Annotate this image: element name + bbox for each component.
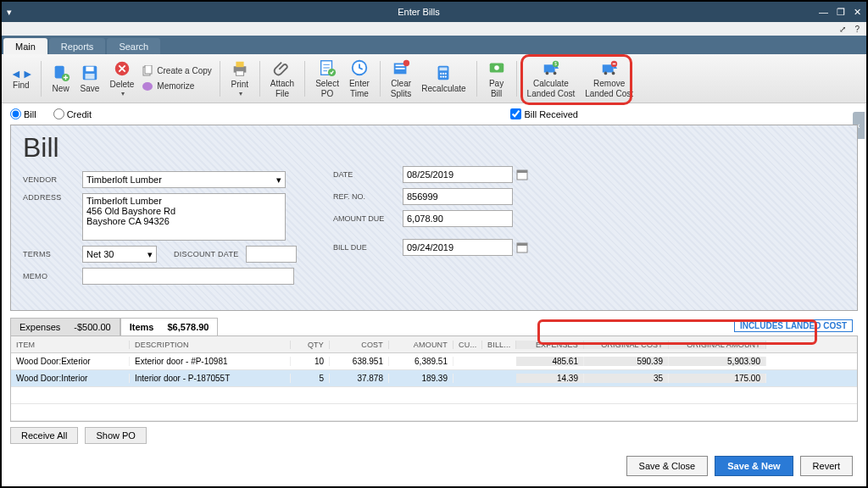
svg-point-28 (494, 65, 499, 70)
help-icon[interactable]: ? (854, 25, 860, 34)
select-po-button[interactable]: Select PO (310, 57, 344, 101)
svg-point-23 (445, 72, 447, 74)
create-copy-button[interactable]: Create a Copy (139, 64, 214, 78)
tab-search[interactable]: Search (107, 38, 160, 54)
ribbon: ◄ ► Find New Save Delete Create a Copy M… (2, 54, 866, 103)
memorize-button[interactable]: Memorize (139, 80, 214, 93)
new-icon (52, 64, 70, 82)
grid-header: Item Description Qty Cost Amount Cu... B… (11, 336, 857, 353)
maximize-icon[interactable]: ❐ (837, 7, 845, 18)
close-icon[interactable]: ✕ (854, 7, 861, 18)
recalculate-button[interactable]: Recalculate (416, 62, 470, 96)
chevron-down-icon: ▾ (147, 249, 153, 260)
copy-icon (142, 65, 153, 77)
bill-received-checkbox[interactable]: Bill Received (510, 108, 578, 119)
date-field[interactable] (403, 166, 513, 183)
includes-landed-cost-badge: INCLUDES LANDED COST (734, 319, 853, 332)
remove-landed-cost-button[interactable]: Remove Landed Cost (580, 57, 638, 101)
show-po-button[interactable]: Show PO (85, 427, 146, 444)
bill-due-field[interactable] (403, 239, 513, 256)
svg-point-26 (445, 75, 447, 77)
clock-icon (350, 58, 369, 77)
pay-bill-icon (487, 58, 506, 77)
pay-bill-button[interactable]: Pay Bill (482, 57, 511, 101)
calendar-icon[interactable] (516, 169, 528, 180)
table-row[interactable]: Wood Door:ExteriorExterior door - #P-109… (11, 353, 857, 370)
svg-point-22 (442, 72, 444, 74)
credit-radio[interactable]: Credit (53, 108, 92, 119)
svg-rect-39 (517, 170, 527, 173)
minimize-icon[interactable]: — (819, 7, 828, 18)
svg-point-36 (611, 71, 615, 75)
receive-all-button[interactable]: Receive All (10, 427, 78, 444)
memorize-icon (142, 80, 153, 92)
ribbon-tabs: Main Reports Search (2, 36, 866, 54)
app-menu-icon[interactable]: ▾ (7, 7, 19, 18)
svg-rect-4 (86, 73, 95, 78)
address-textarea[interactable]: Timberloft Lumber 456 Old Bayshore Rd Ba… (82, 193, 286, 241)
print-icon (231, 59, 249, 78)
bill-form: Bill Vendor Timberloft Lumber▾ Address T… (10, 125, 858, 311)
svg-point-25 (442, 75, 444, 77)
calculator-icon (434, 64, 453, 82)
svg-point-24 (441, 75, 442, 77)
items-subtab[interactable]: Items$6,578.90 (120, 318, 219, 336)
save-button[interactable]: Save (75, 62, 105, 96)
select-po-icon (318, 58, 337, 77)
window-title: Enter Bills (19, 7, 819, 17)
delete-button[interactable]: Delete (104, 58, 139, 100)
calculate-landed-cost-button[interactable]: $Calculate Landed Cost (522, 57, 581, 101)
tab-main[interactable]: Main (3, 38, 47, 54)
svg-point-31 (554, 71, 557, 75)
print-button[interactable]: Print (225, 58, 254, 100)
new-button[interactable]: New (47, 62, 75, 96)
memo-field[interactable] (82, 268, 294, 285)
table-row[interactable] (11, 387, 857, 404)
expenses-subtab[interactable]: Expenses-$500.00 (10, 318, 120, 336)
discount-date-field[interactable] (246, 246, 297, 263)
attach-file-button[interactable]: Attach File (265, 57, 299, 101)
delete-icon (113, 59, 131, 78)
nav-arrows-icon: ◄ ► (10, 67, 32, 80)
enter-time-button[interactable]: Enter Time (344, 57, 375, 101)
chevron-down-icon: ▾ (276, 175, 281, 186)
svg-point-30 (546, 71, 549, 75)
items-grid: Item Description Qty Cost Amount Cu... B… (10, 336, 858, 422)
save-icon (81, 64, 99, 82)
window-titlebar: ▾ Enter Bills — ❐ ✕ (2, 2, 866, 22)
svg-point-8 (142, 82, 153, 91)
svg-point-21 (441, 72, 442, 74)
table-row[interactable]: Wood Door:InteriorInterior door - P-1870… (11, 370, 857, 387)
svg-rect-41 (517, 243, 527, 246)
svg-rect-11 (236, 70, 243, 75)
save-close-button[interactable]: Save & Close (626, 456, 709, 476)
calendar-icon[interactable] (516, 241, 528, 253)
svg-rect-16 (396, 64, 405, 66)
svg-rect-10 (236, 61, 243, 66)
svg-rect-7 (145, 65, 152, 74)
clear-splits-icon (392, 58, 410, 77)
secondary-bar: ⤢ ? (2, 22, 866, 36)
clear-splits-button[interactable]: Clear Splits (386, 57, 416, 101)
bill-heading: Bill (23, 132, 845, 164)
svg-point-18 (403, 59, 409, 65)
expand-icon[interactable]: ⤢ (839, 25, 846, 34)
calc-landed-icon: $ (542, 58, 560, 77)
terms-select[interactable]: Net 30▾ (82, 246, 157, 263)
bill-radio[interactable]: Bill (10, 108, 36, 119)
tab-reports[interactable]: Reports (49, 38, 106, 54)
svg-rect-17 (396, 68, 405, 69)
amount-due-field[interactable] (403, 210, 513, 227)
find-button[interactable]: ◄ ► Find (7, 65, 36, 92)
ref-no-field[interactable] (403, 188, 513, 205)
svg-rect-20 (440, 67, 448, 70)
svg-point-35 (604, 71, 607, 75)
revert-button[interactable]: Revert (800, 456, 853, 476)
save-new-button[interactable]: Save & New (715, 456, 793, 476)
vendor-select[interactable]: Timberloft Lumber▾ (82, 171, 286, 188)
svg-rect-3 (86, 66, 93, 71)
paperclip-icon (273, 58, 292, 77)
table-row[interactable] (11, 404, 857, 421)
remove-landed-icon (600, 58, 619, 77)
